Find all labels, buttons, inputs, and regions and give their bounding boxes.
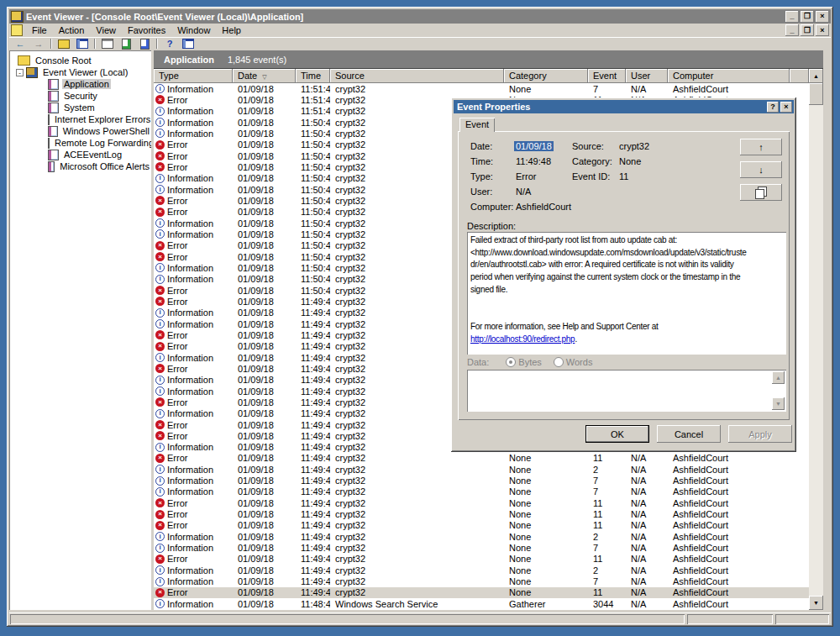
back-button[interactable]: ←	[11, 38, 29, 50]
up-one-level-button[interactable]	[55, 38, 73, 50]
scroll-down-icon[interactable]: ▼	[809, 596, 823, 610]
column-header-category[interactable]: Category	[504, 69, 588, 83]
event-type-label: Information	[167, 129, 213, 139]
export-list-button[interactable]	[135, 38, 154, 50]
cell-time: 11:49:49	[296, 408, 330, 418]
menu-view[interactable]: View	[90, 24, 122, 36]
error-icon: ×	[155, 342, 165, 351]
scroll-up-icon[interactable]: ▲	[809, 69, 823, 83]
event-row[interactable]: iInformation01/09/1811:49:48crypt32None2…	[154, 565, 809, 576]
minimize-button[interactable]: _	[785, 11, 799, 23]
tree-item-system[interactable]: System	[9, 102, 151, 113]
event-row[interactable]: ×Error01/09/1811:49:49crypt32None11N/AAs…	[154, 508, 809, 519]
tree-item-windows-powershell[interactable]: Windows PowerShell	[9, 125, 151, 137]
event-row[interactable]: iInformation01/09/1811:49:49crypt32None7…	[154, 486, 809, 497]
event-row[interactable]: ×Error01/09/1811:49:49crypt32None11N/AAs…	[154, 520, 809, 531]
event-row[interactable]: iInformation01/09/1811:51:48crypt32None7…	[154, 83, 809, 94]
menu-help[interactable]: Help	[216, 24, 247, 36]
words-radio[interactable]: Words	[554, 357, 593, 367]
dialog-close-button[interactable]: ×	[780, 102, 792, 113]
event-row[interactable]: iInformation01/09/1811:49:48crypt32None7…	[154, 576, 809, 586]
event-row[interactable]: iInformation01/09/1811:49:49crypt32None2…	[154, 531, 809, 542]
column-header-user[interactable]: User	[626, 69, 668, 83]
close-button[interactable]: ×	[816, 11, 829, 23]
tab-event[interactable]: Event	[459, 118, 495, 132]
support-link[interactable]: http://localhost:90/redirect.php	[470, 334, 575, 344]
menu-action[interactable]: Action	[53, 24, 91, 36]
mdi-close-button[interactable]: ×	[816, 24, 829, 36]
error-icon: ×	[155, 140, 165, 150]
bytes-radio[interactable]: Bytes	[506, 357, 542, 367]
scrollbar-thumb[interactable]	[809, 83, 823, 105]
event-type-label: Information	[167, 465, 213, 475]
column-header-computer[interactable]: Computer	[668, 69, 790, 83]
mdi-minimize-button[interactable]: _	[785, 24, 799, 36]
cell-type: iInformation	[154, 106, 233, 116]
cell-date: 01/09/18	[233, 397, 296, 407]
show-hide-console-tree-button[interactable]	[73, 38, 92, 50]
cell-computer: AshfieldCourt	[668, 520, 790, 530]
apply-button[interactable]: Apply	[728, 425, 792, 443]
event-row[interactable]: iInformation01/09/1811:49:49crypt32None7…	[154, 542, 809, 553]
context-help-button[interactable]	[179, 38, 197, 50]
forward-button[interactable]: →	[29, 38, 48, 50]
dialog-help-button[interactable]: ?	[767, 102, 779, 113]
column-header-time[interactable]: Time	[296, 69, 330, 83]
radio-unselected-icon	[554, 357, 564, 367]
tree-item-microsoft-office-alerts[interactable]: Microsoft Office Alerts	[9, 160, 151, 172]
tree-item-event-viewer-local-[interactable]: -Event Viewer (Local)	[9, 66, 151, 78]
desktop: Event Viewer - [Console Root\Event Viewe…	[0, 0, 840, 636]
event-row[interactable]: iInformation01/09/1811:49:49crypt32None2…	[154, 464, 809, 475]
event-row[interactable]: ×Error01/09/1811:49:48crypt32None11N/AAs…	[154, 587, 809, 598]
menu-file[interactable]: File	[26, 24, 53, 36]
information-icon: i	[155, 376, 165, 385]
cell-user: N/A	[626, 453, 668, 463]
column-header-source[interactable]: Source	[330, 69, 504, 83]
cell-date: 01/09/18	[233, 509, 296, 519]
cell-computer: AshfieldCourt	[668, 465, 790, 475]
cell-type: ×Error	[154, 554, 233, 564]
column-header-date[interactable]: Date▽	[233, 69, 296, 83]
tree-item-aceeventlog[interactable]: ACEEventLog	[9, 149, 151, 160]
mdi-restore-button[interactable]: ❐	[801, 24, 814, 36]
ok-button[interactable]: OK	[585, 425, 649, 443]
event-type-label: Information	[167, 532, 213, 542]
cancel-button[interactable]: Cancel	[657, 425, 721, 443]
log-icon	[48, 91, 59, 102]
information-icon: i	[155, 275, 165, 284]
help-button[interactable]: ?	[160, 38, 179, 50]
tree-item-application[interactable]: Application	[9, 78, 151, 90]
maximize-button[interactable]: ❐	[801, 11, 814, 23]
tree-item-console-root[interactable]: Console Root	[9, 55, 151, 66]
data-scroll-up-icon[interactable]: ▲	[772, 371, 785, 384]
cell-computer: AshfieldCourt	[668, 587, 790, 597]
column-header-type[interactable]: Type	[154, 69, 233, 83]
description-line: dr/en/authrootstl.cab> with error: A req…	[470, 259, 783, 271]
tree-item-security[interactable]: Security	[9, 90, 151, 102]
next-event-button[interactable]: ↓	[740, 161, 782, 178]
event-row[interactable]: iInformation01/09/1811:49:49crypt32None7…	[154, 475, 809, 486]
computer-value: AshfieldCourt	[516, 202, 571, 212]
cell-source: crypt32	[330, 509, 504, 519]
event-row[interactable]: ×Error01/09/1811:49:49crypt32None11N/AAs…	[154, 497, 809, 508]
event-row[interactable]: ×Error01/09/1811:49:49crypt32None11N/AAs…	[154, 453, 809, 464]
event-row[interactable]: iInformation01/09/1811:48:47Windows Sear…	[154, 598, 809, 609]
event-row[interactable]: ×Error01/09/1811:49:49crypt32None11N/AAs…	[154, 554, 809, 565]
previous-event-button[interactable]: ↑	[740, 139, 782, 155]
vertical-scrollbar[interactable]: ▲ ▼	[809, 69, 823, 610]
cell-date: 01/09/18	[233, 207, 296, 217]
description-box[interactable]: Failed extract of third-party root list …	[467, 232, 786, 355]
cell-time: 11:49:49	[296, 364, 330, 374]
tree-item-internet-explorer-errors[interactable]: Internet Explorer Errors	[9, 113, 151, 125]
refresh-button[interactable]	[117, 38, 135, 50]
tree-item-remote-log-forwarding[interactable]: Remote Log Forwarding	[9, 137, 151, 149]
copy-event-button[interactable]	[740, 184, 782, 201]
data-scroll-down-icon[interactable]: ▼	[772, 397, 785, 410]
column-header-event[interactable]: Event	[588, 69, 626, 83]
menu-window[interactable]: Window	[171, 24, 216, 36]
tree-expander-icon[interactable]: -	[16, 69, 24, 76]
menu-favorites[interactable]: Favorites	[122, 24, 171, 36]
cell-computer: AshfieldCourt	[668, 486, 790, 497]
export-list-icon	[140, 39, 150, 50]
properties-button[interactable]	[98, 38, 117, 50]
